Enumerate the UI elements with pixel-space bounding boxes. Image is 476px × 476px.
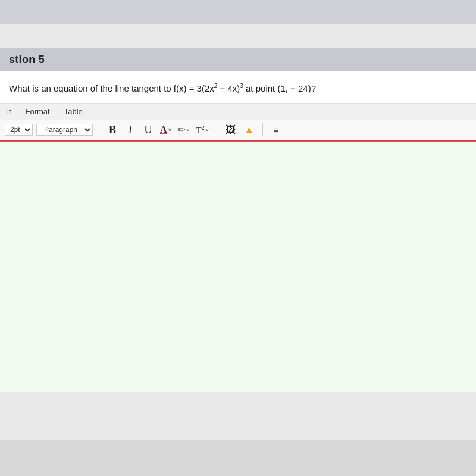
separator-1 xyxy=(99,123,99,136)
font-color-a-icon: A xyxy=(160,124,167,135)
image-button[interactable]: 🖼 xyxy=(223,123,239,137)
bold-button[interactable]: B xyxy=(105,123,120,137)
underline-button[interactable]: U xyxy=(141,123,155,137)
shape-button[interactable]: ▲ xyxy=(242,123,256,136)
superscript-icon: T2 xyxy=(196,124,205,136)
content-area: What is an equation of the line tangent … xyxy=(0,71,476,104)
separator-3 xyxy=(262,123,263,136)
superscript-dropdown[interactable]: T2 ∨ xyxy=(195,123,211,137)
toolbar-buttons: 2pt Paragraph B I U A ∨ ✏ ∨ xyxy=(0,120,476,141)
bottom-area xyxy=(0,440,476,476)
align-icon: ≡ xyxy=(273,125,278,135)
pencil-icon: ✏ xyxy=(178,124,186,135)
menu-item-table[interactable]: Table xyxy=(62,106,85,117)
highlight-chevron-icon: ∨ xyxy=(186,127,190,133)
align-button[interactable]: ≡ xyxy=(269,124,283,136)
font-color-dropdown[interactable]: A ∨ xyxy=(159,123,173,136)
paragraph-select[interactable]: Paragraph xyxy=(36,124,93,136)
top-bar xyxy=(0,0,476,24)
editor-area[interactable] xyxy=(0,142,476,392)
image-icon: 🖼 xyxy=(226,124,236,136)
question-title: stion 5 xyxy=(9,54,45,65)
triangle-icon: ▲ xyxy=(245,124,254,135)
question-text: What is an equation of the line tangent … xyxy=(9,83,316,93)
font-color-chevron-icon: ∨ xyxy=(168,127,172,133)
italic-button[interactable]: I xyxy=(123,123,137,137)
superscript-chevron-icon: ∨ xyxy=(205,127,209,133)
menu-item-format[interactable]: Format xyxy=(23,106,52,117)
font-size-select[interactable]: 2pt xyxy=(5,124,33,136)
toolbar-menu: it Format Table xyxy=(0,104,476,120)
separator-2 xyxy=(217,123,217,136)
question-header: stion 5 xyxy=(0,48,476,71)
menu-item-edit[interactable]: it xyxy=(5,106,14,117)
page-container: stion 5 What is an equation of the line … xyxy=(0,0,476,476)
highlight-dropdown[interactable]: ✏ ∨ xyxy=(177,123,192,136)
toolbar-container: it Format Table 2pt Paragraph B I U A xyxy=(0,104,476,142)
